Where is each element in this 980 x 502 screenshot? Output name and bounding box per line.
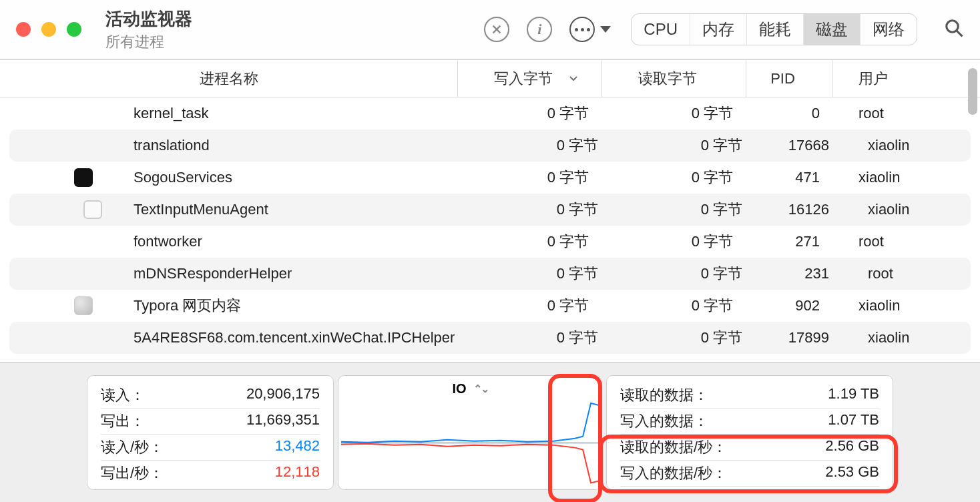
cell-pid: 271 (746, 233, 833, 250)
data-read-ps-label: 读取的数据/秒： (620, 437, 727, 457)
data-write-label: 写入的数据： (620, 411, 708, 431)
cell-read: 0 字节 (611, 200, 756, 220)
cell-user: xiaolin (842, 329, 971, 346)
tab-能耗[interactable]: 能耗 (747, 14, 804, 45)
table-row[interactable]: SogouServices0 字节0 字节471xiaolin (0, 162, 980, 194)
toolbar-actions: i (484, 17, 611, 42)
table-header: 进程名称 写入字节 读取字节 PID 用户 (0, 60, 980, 97)
cell-user: root (833, 233, 980, 250)
process-name: SogouServices (134, 169, 232, 186)
table-row[interactable]: Typora 网页内容0 字节0 字节902xiaolin (0, 290, 980, 322)
table-row[interactable]: 5A4RE8SF68.com.tencent.xinWeChat.IPCHelp… (9, 322, 971, 354)
chart-selector-icon[interactable]: ⌃⌄ (473, 383, 488, 395)
table-row[interactable]: mDNSResponderHelper0 字节0 字节231root (9, 258, 971, 290)
cell-write: 0 字节 (467, 264, 611, 284)
cell-pid: 902 (746, 297, 833, 314)
table-row[interactable]: TextInputMenuAgent0 字节0 字节16126xiaolin (9, 194, 971, 226)
column-header-name[interactable]: 进程名称 (0, 60, 458, 97)
column-header-write[interactable]: 写入字节 (458, 60, 602, 97)
cell-write: 0 字节 (467, 200, 611, 220)
reads-ps-label: 读入/秒： (101, 437, 164, 457)
column-header-read[interactable]: 读取字节 (602, 60, 746, 97)
data-write-ps-value: 2.53 GB (825, 463, 879, 483)
tab-网络[interactable]: 网络 (861, 14, 917, 45)
cell-read: 0 字节 (602, 103, 746, 123)
window-title-block: 活动监视器 所有进程 (105, 7, 192, 52)
writes-value: 11,669,351 (246, 411, 320, 431)
cell-write: 0 字节 (467, 328, 611, 348)
column-header-pid[interactable]: PID (746, 60, 833, 97)
cell-pid: 16126 (756, 201, 842, 218)
cell-user: root (833, 105, 980, 122)
cell-write: 0 字节 (458, 103, 602, 123)
process-name: TextInputMenuAgent (134, 201, 268, 218)
process-name: fontworker (134, 233, 202, 250)
writes-per-sec-row: 写出/秒： 12,118 (101, 461, 320, 486)
chevron-down-icon (600, 26, 611, 33)
zoom-window-button[interactable] (67, 22, 81, 37)
process-name: kernel_task (134, 105, 209, 122)
data-write-ps-label: 写入的数据/秒： (620, 463, 727, 483)
column-header-user[interactable]: 用户 (833, 69, 980, 89)
data-read-ps-row: 读取的数据/秒： 2.56 GB (620, 435, 879, 461)
data-read-value: 1.19 TB (828, 385, 879, 405)
cell-read: 0 字节 (611, 328, 756, 348)
svg-point-2 (947, 21, 959, 33)
data-write-ps-row: 写入的数据/秒： 2.53 GB (620, 461, 879, 487)
title-bar: 活动监视器 所有进程 i CPU内存能耗磁盘网络 (0, 0, 980, 60)
process-icon (74, 296, 93, 315)
stop-process-button[interactable] (484, 17, 509, 42)
data-write-value: 1.07 TB (828, 411, 879, 431)
table-row[interactable]: kernel_task0 字节0 字节0root (0, 97, 980, 130)
data-volume-box: 读取的数据： 1.19 TB 写入的数据： 1.07 TB 读取的数据/秒： 2… (606, 375, 893, 490)
more-actions-menu[interactable] (569, 17, 611, 42)
table-row[interactable]: fontworker0 字节0 字节271root (0, 226, 980, 258)
scrollbar-thumb[interactable] (968, 68, 977, 115)
writes-ps-value: 12,118 (275, 463, 320, 483)
cell-read: 0 字节 (602, 296, 746, 316)
cell-write: 0 字节 (458, 232, 602, 252)
reads-ps-value: 13,482 (275, 437, 320, 457)
cell-write: 0 字节 (467, 136, 611, 156)
cell-user: root (842, 265, 971, 282)
disk-summary-panel: 读入： 20,906,175 写出： 11,669,351 读入/秒： 13,4… (0, 362, 980, 502)
more-icon (575, 28, 590, 31)
close-window-button[interactable] (16, 22, 31, 37)
data-read-row: 读取的数据： 1.19 TB (620, 383, 879, 409)
cell-pid: 231 (756, 265, 842, 282)
cell-user: xiaolin (833, 169, 980, 186)
io-chart-svg (341, 400, 599, 486)
search-button[interactable] (944, 18, 964, 41)
sort-descending-icon (568, 70, 579, 87)
process-table: 进程名称 写入字节 读取字节 PID 用户 kernel_task0 字节0 字… (0, 60, 980, 362)
cell-write: 0 字节 (458, 296, 602, 316)
writes-row: 写出： 11,669,351 (101, 409, 320, 435)
writes-ps-label: 写出/秒： (101, 463, 164, 483)
tab-cpu[interactable]: CPU (632, 14, 690, 45)
resource-tabs: CPU内存能耗磁盘网络 (631, 13, 917, 45)
window-controls (16, 22, 81, 37)
table-row[interactable]: translationd0 字节0 字节17668xiaolin (9, 130, 971, 162)
process-name: Typora 网页内容 (134, 296, 241, 316)
process-icon (83, 200, 102, 219)
window-subtitle: 所有进程 (105, 32, 192, 52)
reads-label: 读入： (101, 385, 145, 405)
cell-read: 0 字节 (611, 264, 756, 284)
process-name: translationd (134, 137, 210, 154)
cell-read: 0 字节 (602, 232, 746, 252)
cell-pid: 17899 (756, 329, 842, 346)
minimize-window-button[interactable] (41, 22, 56, 37)
cell-read: 0 字节 (602, 168, 746, 188)
process-name: mDNSResponderHelper (134, 265, 292, 282)
svg-line-3 (957, 31, 963, 37)
reads-row: 读入： 20,906,175 (101, 383, 320, 409)
tab-磁盘[interactable]: 磁盘 (804, 14, 861, 45)
inspect-process-button[interactable]: i (527, 17, 552, 42)
data-write-row: 写入的数据： 1.07 TB (620, 409, 879, 435)
window-title: 活动监视器 (105, 7, 192, 31)
cell-user: xiaolin (842, 137, 971, 154)
cell-pid: 0 (746, 105, 833, 122)
writes-label: 写出： (101, 411, 145, 431)
reads-per-sec-row: 读入/秒： 13,482 (101, 435, 320, 461)
tab-内存[interactable]: 内存 (690, 14, 747, 45)
